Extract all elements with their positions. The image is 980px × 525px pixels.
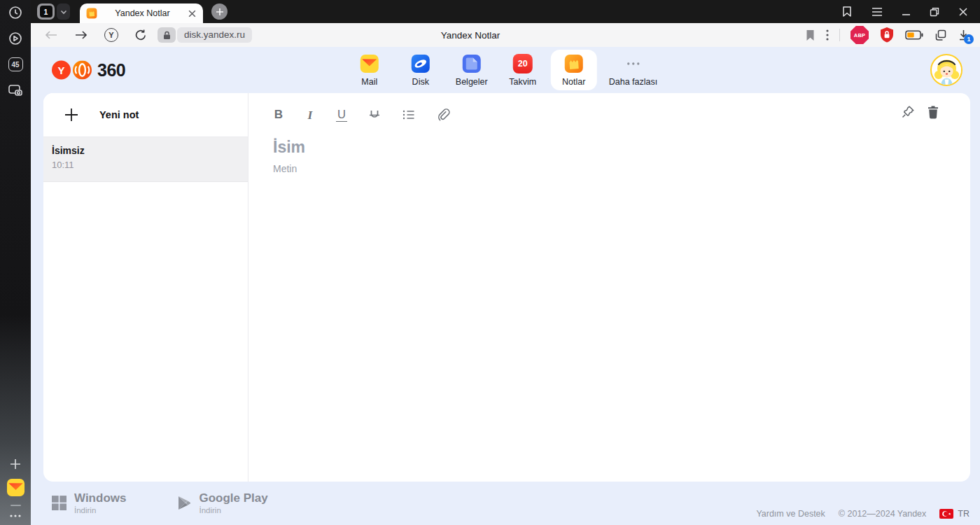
note-title-input[interactable]: İsim xyxy=(273,138,939,157)
nav-item-mail[interactable]: Mail xyxy=(346,50,393,90)
sidebar-more-icon[interactable] xyxy=(9,514,22,518)
disk-icon xyxy=(411,54,430,74)
bookmark-icon[interactable] xyxy=(805,29,816,41)
mail-icon xyxy=(360,54,379,74)
note-item-time: 10:11 xyxy=(52,160,239,170)
browser-tab-bar: 1 Yandex Notlar xyxy=(31,0,980,23)
nav-label-documents: Belgeler xyxy=(456,77,488,87)
notes-icon xyxy=(564,54,584,74)
sidebar-add-icon[interactable] xyxy=(9,458,22,470)
battery-icon[interactable] xyxy=(905,30,923,40)
new-note-button[interactable]: Yeni not xyxy=(43,93,248,137)
bullet-list-button[interactable] xyxy=(402,108,416,121)
bold-button[interactable]: B xyxy=(273,108,284,122)
nav-label-more: Daha fazlası xyxy=(609,77,657,87)
logo-360-icon xyxy=(73,61,92,80)
nav-label-disk: Disk xyxy=(412,77,429,87)
pin-note-icon[interactable] xyxy=(901,105,915,119)
chevron-down-icon xyxy=(59,8,68,16)
user-avatar[interactable] xyxy=(930,54,962,86)
history-clock-icon[interactable] xyxy=(8,6,22,20)
browser-sidebar: 45 xyxy=(0,0,31,525)
tab-title: Yandex Notlar xyxy=(97,8,188,18)
menu-icon[interactable] xyxy=(872,7,883,17)
ssl-lock-icon[interactable] xyxy=(158,27,176,43)
yandex-logo-icon: Y xyxy=(52,61,71,80)
notes-app-card: Yeni not İsimsiz 10:11 B I U xyxy=(43,93,970,482)
note-actions xyxy=(901,105,939,119)
downloads-button[interactable]: 1 xyxy=(958,29,969,41)
format-toolbar: B I U xyxy=(273,104,939,126)
attach-button[interactable] xyxy=(436,108,450,122)
forward-icon[interactable] xyxy=(74,29,88,41)
tab-group-chip[interactable]: 1 xyxy=(37,4,55,20)
new-note-label: Yeni not xyxy=(99,109,139,120)
nav-label-calendar: Takvim xyxy=(509,77,536,87)
delete-note-icon[interactable] xyxy=(927,105,939,119)
strikethrough-icon xyxy=(368,108,382,122)
yandex360-logo[interactable]: Y 360 xyxy=(52,60,125,80)
video-play-icon[interactable] xyxy=(8,31,22,46)
nav-label-notes: Notlar xyxy=(562,77,585,87)
extensions-menu-icon[interactable] xyxy=(826,29,829,41)
nav-item-notes[interactable]: Notlar xyxy=(551,50,597,90)
download-count-badge: 1 xyxy=(964,34,974,44)
language-selector[interactable]: TR xyxy=(939,509,969,519)
note-item-title: İsimsiz xyxy=(52,145,239,156)
page-content: Y 360 Mail xyxy=(31,47,980,525)
windows-icon xyxy=(52,496,66,511)
side-panel-icon[interactable] xyxy=(841,6,853,18)
restore-window-icon[interactable] xyxy=(930,7,939,17)
windows-title: Windows xyxy=(74,492,126,505)
tab-count-badge[interactable]: 45 xyxy=(8,57,23,71)
browser-toolbar: Y disk.yandex.ru Yandex Notlar ABP 1 xyxy=(31,23,980,47)
screenshot-icon[interactable] xyxy=(8,83,23,97)
logo-360-text: 360 xyxy=(97,60,125,80)
tab-group-count: 1 xyxy=(44,8,48,16)
google-play-icon xyxy=(177,496,191,511)
url-text[interactable]: disk.yandex.ru xyxy=(177,27,252,43)
gplay-download-link[interactable]: Google Play İndirin xyxy=(177,492,267,514)
logo-letter: Y xyxy=(57,64,64,76)
abp-label: ABP xyxy=(854,32,865,38)
active-tab[interactable]: Yandex Notlar xyxy=(80,4,203,23)
nav-item-disk[interactable]: Disk xyxy=(398,50,444,90)
address-bar[interactable]: disk.yandex.ru xyxy=(158,27,252,43)
nav-item-calendar[interactable]: 20 Takvim xyxy=(500,50,546,90)
new-tab-button[interactable] xyxy=(211,4,227,20)
plus-icon xyxy=(216,8,224,16)
back-icon[interactable] xyxy=(44,29,58,41)
adblock-plus-icon[interactable]: ABP xyxy=(850,26,869,44)
notes-list-panel: Yeni not İsimsiz 10:11 xyxy=(43,93,248,482)
minimize-icon[interactable] xyxy=(902,7,911,16)
windows-subtitle: İndirin xyxy=(74,506,126,514)
help-support-link[interactable]: Yardım ve Destek xyxy=(756,509,825,519)
tab-close-icon[interactable] xyxy=(188,9,197,18)
refresh-icon[interactable] xyxy=(134,29,147,41)
documents-icon xyxy=(462,54,482,74)
yandex-home-icon[interactable]: Y xyxy=(104,28,118,42)
notes-favicon xyxy=(86,8,97,19)
yandex-mail-app-icon[interactable] xyxy=(6,478,25,497)
underline-button[interactable]: U xyxy=(336,108,347,121)
nav-label-mail: Mail xyxy=(361,77,377,87)
gplay-title: Google Play xyxy=(199,492,267,505)
note-body-input[interactable]: Metin xyxy=(273,163,939,174)
note-list-item[interactable]: İsimsiz 10:11 xyxy=(43,137,248,182)
windows-download-link[interactable]: Windows İndirin xyxy=(52,492,126,514)
yandex-letter: Y xyxy=(108,31,113,39)
gplay-subtitle: İndirin xyxy=(199,506,267,514)
nav-item-more[interactable]: Daha fazlası xyxy=(602,50,664,90)
lock-glyph xyxy=(163,31,171,40)
plus-icon xyxy=(64,107,79,122)
protect-shield-icon[interactable] xyxy=(879,27,895,43)
close-window-icon[interactable] xyxy=(958,7,968,17)
sidebar-divider xyxy=(10,505,21,506)
tab-group-control[interactable]: 1 xyxy=(37,4,70,20)
nav-item-documents[interactable]: Belgeler xyxy=(449,50,495,90)
tab-group-expand[interactable] xyxy=(57,4,70,20)
italic-button[interactable]: I xyxy=(304,108,316,122)
tab-panels-icon[interactable] xyxy=(934,29,947,42)
avatar-image xyxy=(932,56,961,85)
strikethrough-button[interactable] xyxy=(368,108,382,122)
